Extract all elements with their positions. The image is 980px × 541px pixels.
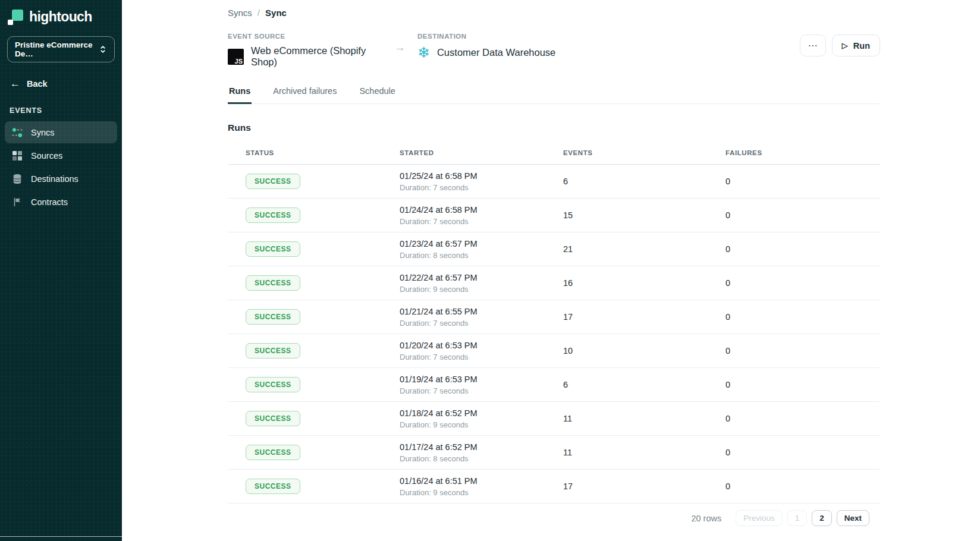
run-started-time: 01/23/24 at 6:57 PM bbox=[400, 239, 563, 249]
run-events-count: 16 bbox=[563, 278, 725, 288]
column-header-started: STARTED bbox=[400, 149, 563, 156]
sidebar-bottom-divider bbox=[0, 536, 122, 537]
tab-archived-failures[interactable]: Archived failures bbox=[272, 80, 338, 103]
run-failures-count: 0 bbox=[725, 414, 880, 423]
run-button-label: Run bbox=[853, 41, 870, 51]
status-badge: SUCCESS bbox=[246, 377, 300, 392]
table-row[interactable]: SUCCESS 01/23/24 at 6:57 PM Duration: 8 … bbox=[228, 232, 880, 266]
run-events-count: 15 bbox=[563, 210, 725, 220]
sidebar-nav: Syncs Sources Destinations bbox=[0, 121, 122, 213]
run-failures-count: 0 bbox=[725, 448, 880, 457]
run-failures-count: 0 bbox=[725, 482, 880, 491]
runs-section-title: Runs bbox=[228, 122, 880, 133]
workspace-selector-value: Pristine eCommerce De… bbox=[15, 40, 99, 58]
sidebar-item-sources[interactable]: Sources bbox=[5, 144, 117, 166]
back-label: Back bbox=[27, 79, 48, 89]
tab-runs[interactable]: Runs bbox=[228, 80, 252, 103]
run-duration: Duration: 7 seconds bbox=[400, 386, 563, 395]
destinations-database-icon bbox=[11, 173, 23, 185]
run-started-time: 01/20/24 at 6:53 PM bbox=[400, 341, 563, 350]
events-section-label: EVENTS bbox=[0, 89, 122, 121]
run-started-time: 01/21/24 at 6:55 PM bbox=[400, 307, 563, 316]
table-row[interactable]: SUCCESS 01/21/24 at 6:55 PM Duration: 7 … bbox=[228, 300, 880, 334]
hightouch-logo-icon bbox=[8, 10, 23, 25]
run-failures-count: 0 bbox=[725, 346, 880, 356]
sidebar-item-destinations[interactable]: Destinations bbox=[5, 168, 117, 190]
rows-count-label: 20 rows bbox=[691, 514, 721, 523]
table-row[interactable]: SUCCESS 01/22/24 at 6:57 PM Duration: 9 … bbox=[228, 266, 880, 300]
run-events-count: 11 bbox=[563, 414, 725, 423]
run-events-count: 6 bbox=[563, 380, 725, 389]
status-badge: SUCCESS bbox=[246, 343, 300, 358]
back-button[interactable]: ← Back bbox=[0, 62, 122, 89]
event-source: EVENT SOURCE JS Web eCommerce (Shopify S… bbox=[228, 33, 390, 68]
previous-page-button[interactable]: Previous bbox=[736, 510, 783, 526]
workspace-selector[interactable]: Pristine eCommerce De… bbox=[7, 36, 115, 62]
next-page-button[interactable]: Next bbox=[837, 510, 869, 526]
table-row[interactable]: SUCCESS 01/24/24 at 6:58 PM Duration: 7 … bbox=[228, 199, 880, 232]
ellipsis-icon: ⋯ bbox=[808, 40, 818, 51]
run-button[interactable]: ▷ Run bbox=[832, 34, 880, 56]
status-badge: SUCCESS bbox=[246, 174, 300, 189]
tab-schedule[interactable]: Schedule bbox=[358, 80, 396, 103]
sidebar-item-label: Syncs bbox=[31, 128, 55, 137]
hightouch-logo-text: hightouch bbox=[29, 9, 92, 25]
run-duration: Duration: 9 seconds bbox=[400, 488, 563, 497]
run-started-time: 01/22/24 at 6:57 PM bbox=[400, 273, 563, 282]
run-duration: Duration: 9 seconds bbox=[400, 285, 563, 294]
table-row[interactable]: SUCCESS 01/18/24 at 6:52 PM Duration: 9 … bbox=[228, 402, 880, 436]
run-duration: Duration: 7 seconds bbox=[400, 319, 563, 328]
run-duration: Duration: 7 seconds bbox=[400, 183, 563, 192]
status-badge: SUCCESS bbox=[246, 207, 300, 223]
column-header-status: STATUS bbox=[246, 149, 400, 156]
hightouch-logo[interactable]: hightouch bbox=[0, 0, 122, 25]
table-row[interactable]: SUCCESS 01/17/24 at 6:52 PM Duration: 8 … bbox=[228, 436, 880, 470]
status-badge: SUCCESS bbox=[246, 241, 300, 257]
run-failures-count: 0 bbox=[725, 380, 880, 389]
status-badge: SUCCESS bbox=[246, 479, 300, 494]
destination-label: DESTINATION bbox=[417, 33, 555, 40]
table-row[interactable]: SUCCESS 01/25/24 at 6:58 PM Duration: 7 … bbox=[228, 165, 880, 199]
run-started-time: 01/25/24 at 6:58 PM bbox=[400, 171, 563, 181]
sidebar: hightouch Pristine eCommerce De… ← Back … bbox=[0, 0, 122, 541]
runs-table: STATUS STARTED EVENTS FAILURES SUCCESS 0… bbox=[228, 149, 880, 504]
run-started-time: 01/19/24 at 6:53 PM bbox=[400, 375, 563, 384]
main-content: Syncs / Sync EVENT SOURCE JS Web eCommer… bbox=[122, 0, 980, 541]
event-source-name: Web eCommerce (Shopify Shop) bbox=[251, 45, 390, 68]
snowflake-icon: ❄ bbox=[417, 45, 430, 60]
play-icon: ▷ bbox=[842, 41, 848, 50]
run-failures-count: 0 bbox=[725, 312, 880, 322]
run-failures-count: 0 bbox=[725, 278, 880, 288]
syncs-icon bbox=[11, 127, 23, 139]
table-row[interactable]: SUCCESS 01/20/24 at 6:53 PM Duration: 7 … bbox=[228, 334, 880, 368]
more-options-button[interactable]: ⋯ bbox=[800, 34, 826, 56]
arrow-right-icon: → bbox=[394, 41, 406, 54]
javascript-icon: JS bbox=[228, 49, 244, 65]
page-1-button[interactable]: 1 bbox=[787, 510, 808, 526]
tab-bar: Runs Archived failures Schedule bbox=[228, 80, 880, 104]
destination: DESTINATION ❄ Customer Data Warehouse bbox=[417, 33, 555, 60]
breadcrumb: Syncs / Sync bbox=[228, 0, 880, 18]
destination-name: Customer Data Warehouse bbox=[437, 47, 555, 58]
table-header-row: STATUS STARTED EVENTS FAILURES bbox=[228, 149, 880, 165]
run-events-count: 11 bbox=[563, 448, 725, 457]
run-duration: Duration: 7 seconds bbox=[400, 353, 563, 361]
table-row[interactable]: SUCCESS 01/19/24 at 6:53 PM Duration: 7 … bbox=[228, 368, 880, 402]
sidebar-item-label: Sources bbox=[31, 151, 62, 161]
sidebar-item-syncs[interactable]: Syncs bbox=[5, 121, 117, 143]
table-body: SUCCESS 01/25/24 at 6:58 PM Duration: 7 … bbox=[228, 165, 880, 504]
status-badge: SUCCESS bbox=[246, 275, 300, 291]
event-source-label: EVENT SOURCE bbox=[228, 33, 390, 40]
breadcrumb-syncs-link[interactable]: Syncs bbox=[228, 8, 252, 18]
run-duration: Duration: 8 seconds bbox=[400, 454, 563, 463]
run-duration: Duration: 8 seconds bbox=[400, 251, 563, 260]
sources-icon bbox=[11, 150, 23, 162]
page-2-button[interactable]: 2 bbox=[812, 510, 832, 526]
table-row[interactable]: SUCCESS 01/16/24 at 6:51 PM Duration: 9 … bbox=[228, 470, 880, 504]
sidebar-item-contracts[interactable]: Contracts bbox=[5, 191, 117, 213]
status-badge: SUCCESS bbox=[246, 309, 300, 325]
sidebar-item-label: Destinations bbox=[31, 174, 78, 184]
status-badge: SUCCESS bbox=[246, 411, 300, 426]
contracts-flag-icon bbox=[11, 196, 23, 208]
run-events-count: 6 bbox=[563, 177, 725, 186]
